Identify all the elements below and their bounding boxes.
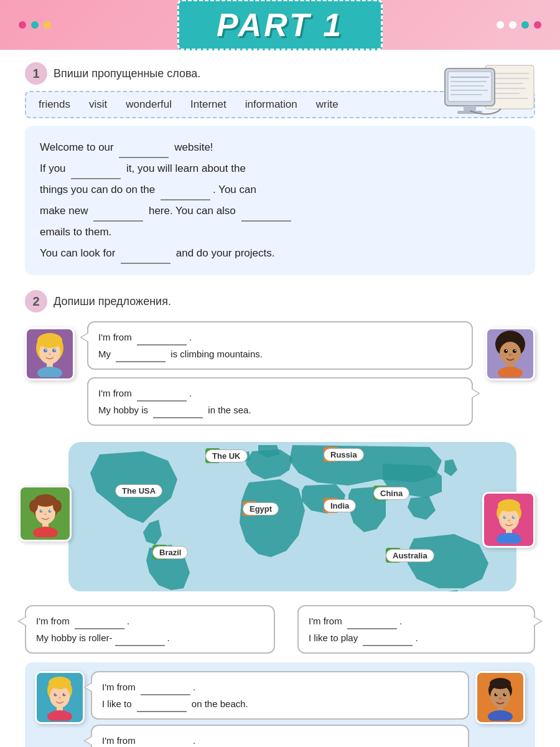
bubble-bottom-left-1: I'm from . My hobby is roller-.	[25, 605, 275, 654]
bubble-bottom-center-1: I'm from . I like to on the beach.	[91, 671, 469, 720]
usa-label: The USA	[115, 484, 162, 497]
svg-point-77	[488, 710, 513, 721]
bottom-bubble-line-2b: I like to play .	[309, 629, 524, 646]
portrait-blonde-boy	[482, 492, 535, 548]
svg-point-40	[53, 500, 62, 512]
svg-point-23	[49, 354, 51, 355]
dot-white-1	[497, 21, 504, 29]
world-map-svg	[68, 442, 516, 591]
blank-roller[interactable]	[115, 645, 165, 646]
bubble-line-2b: My hobby is in the sea.	[98, 402, 462, 418]
blank-hobby-1[interactable]	[116, 361, 166, 362]
ex1-badge: 1	[25, 62, 47, 85]
uk-label: The UK	[205, 449, 248, 463]
text-line-3: things you can do on the . You can	[40, 179, 520, 200]
svg-point-73	[496, 693, 497, 695]
bottom-bubble-line-1a: I'm from .	[36, 613, 264, 629]
svg-point-53	[505, 516, 506, 517]
word-information: information	[245, 98, 297, 111]
blank-5[interactable]	[241, 220, 291, 222]
exercise1-text: Welcome to our website! If you it, you w…	[25, 126, 535, 275]
portrait-teal-girl	[35, 671, 85, 724]
brazil-label: Brazil	[152, 546, 188, 559]
svg-point-71	[495, 693, 498, 697]
blank-6[interactable]	[121, 263, 170, 264]
dot-yellow-1	[44, 21, 51, 29]
exercise1-section: 1 Впиши пропущенные слова. friends visit…	[25, 62, 535, 275]
part-title-box: PART 1	[177, 0, 383, 50]
blank-like-5[interactable]	[137, 711, 187, 712]
page-header: PART 1	[0, 0, 560, 50]
india-label: India	[324, 499, 356, 512]
svg-point-51	[503, 515, 506, 519]
egypt-label: Egypt	[243, 502, 279, 515]
australia-label: Australia	[386, 549, 434, 562]
svg-point-75	[499, 697, 502, 700]
svg-point-45	[44, 513, 47, 515]
header-dots-left	[19, 21, 51, 29]
svg-point-70	[490, 678, 511, 689]
map-area: 🚶 The UK 🏇 Russia The USA ⛹ Egypt 🐘 Indi…	[19, 430, 541, 604]
svg-point-57	[497, 533, 521, 543]
svg-point-52	[511, 515, 515, 519]
dot-pink-2	[534, 21, 541, 29]
dot-pink-1	[19, 21, 26, 29]
ex2-instruction: Допиши предложения.	[54, 295, 171, 308]
svg-point-25	[37, 367, 62, 377]
computer-illustration	[442, 62, 535, 134]
bubble-line-2a: I'm from .	[98, 385, 462, 402]
svg-point-67	[47, 710, 72, 721]
map-label-china: 🥋 China	[373, 486, 388, 500]
ex2-badge: 2	[25, 290, 47, 312]
part-title: PART 1	[217, 7, 343, 43]
map-label-russia: 🏇 Russia	[324, 447, 338, 462]
bottom-section: I'm from . I like to on the beach. I'm f…	[25, 662, 535, 747]
map-label-australia: 🌟 Australia	[386, 548, 401, 563]
blank-hobby-2[interactable]	[153, 417, 203, 418]
svg-point-34	[498, 367, 523, 377]
bottom-left-bubble: I'm from . My hobby is roller-.	[25, 605, 275, 654]
dot-teal-1	[31, 21, 39, 29]
ex2-header: 2 Допиши предложения.	[25, 290, 535, 312]
svg-point-44	[50, 510, 51, 511]
main-content: 1 Впиши пропущенные слова. friends visit…	[0, 50, 560, 747]
svg-point-29	[513, 349, 516, 353]
svg-point-39	[29, 500, 38, 512]
svg-point-61	[54, 693, 57, 697]
bottom-bubble-line-2a: I'm from .	[309, 613, 524, 629]
word-internet: Internet	[190, 98, 226, 111]
top-characters-row: I'm from . My is climbing mountains. I'm…	[25, 321, 535, 426]
text-line-4: make new here. You can also	[40, 200, 520, 222]
svg-point-18	[37, 333, 62, 348]
bottom-bubbles-row1: I'm from . My hobby is roller-. I'm from…	[25, 605, 535, 654]
bottom-line-3a: I'm from .	[102, 679, 458, 695]
svg-point-50	[498, 499, 520, 512]
bubble-top-1: I'm from . My is climbing mountains.	[87, 321, 473, 370]
china-label: China	[373, 487, 409, 500]
portrait-blonde-girl	[25, 327, 75, 380]
bubble-bottom-center-2: I'm from . I to ride an elephant.	[91, 725, 469, 747]
bottom-bubble-line-1b: My hobby is roller-.	[36, 629, 264, 646]
svg-point-65	[58, 697, 61, 699]
map-label-uk: 🚶 The UK	[205, 448, 220, 463]
svg-point-21	[45, 349, 47, 350]
portrait-dark-girl	[485, 327, 535, 380]
svg-point-27	[500, 342, 521, 364]
svg-point-63	[55, 693, 57, 695]
word-write: write	[316, 98, 338, 111]
svg-point-64	[64, 693, 65, 695]
bubble-bottom-right-1: I'm from . I like to play .	[297, 605, 535, 654]
bottom-line-4a: I'm from .	[102, 732, 458, 747]
svg-point-19	[44, 349, 47, 352]
svg-point-60	[49, 677, 71, 689]
svg-point-54	[513, 516, 515, 517]
text-line-5: emails to them.	[40, 222, 520, 243]
dot-white-2	[509, 21, 516, 29]
portrait-dark-boy	[475, 671, 525, 724]
svg-point-41	[39, 509, 42, 512]
bottom-right-bubble: I'm from . I like to play .	[285, 605, 535, 654]
svg-point-62	[63, 693, 66, 697]
bubble-line-1a: I'm from .	[98, 329, 462, 345]
bubble-top-2: I'm from . My hobby is in the sea.	[87, 377, 473, 426]
blank-play[interactable]	[363, 645, 413, 646]
